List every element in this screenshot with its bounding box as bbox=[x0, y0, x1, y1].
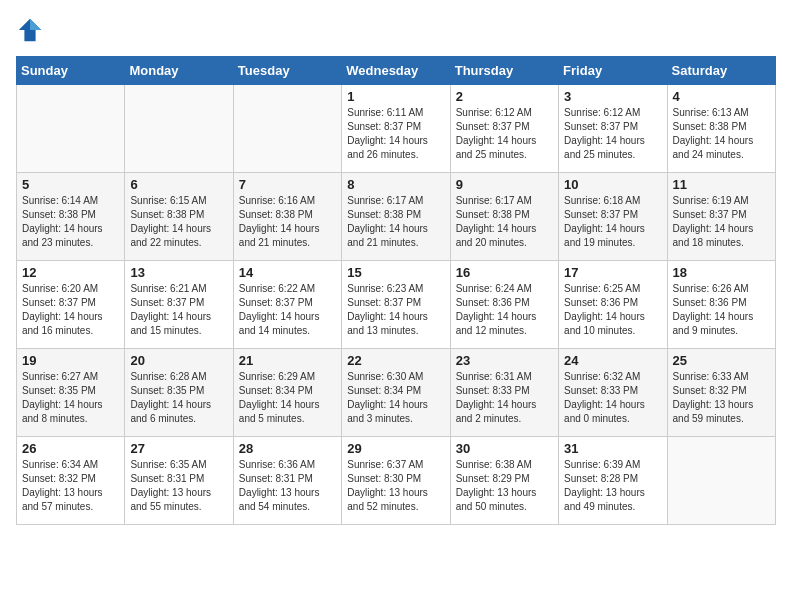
day-number: 19 bbox=[22, 353, 119, 368]
weekday-header-friday: Friday bbox=[559, 57, 667, 85]
calendar-cell: 1Sunrise: 6:11 AM Sunset: 8:37 PM Daylig… bbox=[342, 85, 450, 173]
day-info: Sunrise: 6:18 AM Sunset: 8:37 PM Dayligh… bbox=[564, 194, 661, 250]
day-number: 20 bbox=[130, 353, 227, 368]
calendar-cell: 5Sunrise: 6:14 AM Sunset: 8:38 PM Daylig… bbox=[17, 173, 125, 261]
day-info: Sunrise: 6:16 AM Sunset: 8:38 PM Dayligh… bbox=[239, 194, 336, 250]
day-info: Sunrise: 6:30 AM Sunset: 8:34 PM Dayligh… bbox=[347, 370, 444, 426]
calendar-cell: 15Sunrise: 6:23 AM Sunset: 8:37 PM Dayli… bbox=[342, 261, 450, 349]
day-number: 2 bbox=[456, 89, 553, 104]
day-info: Sunrise: 6:17 AM Sunset: 8:38 PM Dayligh… bbox=[456, 194, 553, 250]
calendar-cell: 19Sunrise: 6:27 AM Sunset: 8:35 PM Dayli… bbox=[17, 349, 125, 437]
day-number: 25 bbox=[673, 353, 770, 368]
calendar-cell: 12Sunrise: 6:20 AM Sunset: 8:37 PM Dayli… bbox=[17, 261, 125, 349]
day-info: Sunrise: 6:36 AM Sunset: 8:31 PM Dayligh… bbox=[239, 458, 336, 514]
day-info: Sunrise: 6:39 AM Sunset: 8:28 PM Dayligh… bbox=[564, 458, 661, 514]
calendar-cell bbox=[17, 85, 125, 173]
day-info: Sunrise: 6:20 AM Sunset: 8:37 PM Dayligh… bbox=[22, 282, 119, 338]
day-info: Sunrise: 6:12 AM Sunset: 8:37 PM Dayligh… bbox=[564, 106, 661, 162]
day-number: 11 bbox=[673, 177, 770, 192]
weekday-header-thursday: Thursday bbox=[450, 57, 558, 85]
weekday-header-tuesday: Tuesday bbox=[233, 57, 341, 85]
calendar-cell: 24Sunrise: 6:32 AM Sunset: 8:33 PM Dayli… bbox=[559, 349, 667, 437]
calendar-cell bbox=[667, 437, 775, 525]
day-number: 3 bbox=[564, 89, 661, 104]
day-number: 17 bbox=[564, 265, 661, 280]
calendar-cell: 17Sunrise: 6:25 AM Sunset: 8:36 PM Dayli… bbox=[559, 261, 667, 349]
day-info: Sunrise: 6:19 AM Sunset: 8:37 PM Dayligh… bbox=[673, 194, 770, 250]
calendar-cell: 7Sunrise: 6:16 AM Sunset: 8:38 PM Daylig… bbox=[233, 173, 341, 261]
day-number: 23 bbox=[456, 353, 553, 368]
calendar-cell: 29Sunrise: 6:37 AM Sunset: 8:30 PM Dayli… bbox=[342, 437, 450, 525]
calendar-cell: 23Sunrise: 6:31 AM Sunset: 8:33 PM Dayli… bbox=[450, 349, 558, 437]
calendar-week-4: 19Sunrise: 6:27 AM Sunset: 8:35 PM Dayli… bbox=[17, 349, 776, 437]
day-number: 30 bbox=[456, 441, 553, 456]
day-info: Sunrise: 6:23 AM Sunset: 8:37 PM Dayligh… bbox=[347, 282, 444, 338]
weekday-header-row: SundayMondayTuesdayWednesdayThursdayFrid… bbox=[17, 57, 776, 85]
calendar-cell: 20Sunrise: 6:28 AM Sunset: 8:35 PM Dayli… bbox=[125, 349, 233, 437]
calendar-cell: 4Sunrise: 6:13 AM Sunset: 8:38 PM Daylig… bbox=[667, 85, 775, 173]
calendar-week-1: 1Sunrise: 6:11 AM Sunset: 8:37 PM Daylig… bbox=[17, 85, 776, 173]
calendar-cell: 2Sunrise: 6:12 AM Sunset: 8:37 PM Daylig… bbox=[450, 85, 558, 173]
calendar-cell: 30Sunrise: 6:38 AM Sunset: 8:29 PM Dayli… bbox=[450, 437, 558, 525]
calendar-table: SundayMondayTuesdayWednesdayThursdayFrid… bbox=[16, 56, 776, 525]
day-info: Sunrise: 6:25 AM Sunset: 8:36 PM Dayligh… bbox=[564, 282, 661, 338]
day-info: Sunrise: 6:28 AM Sunset: 8:35 PM Dayligh… bbox=[130, 370, 227, 426]
day-number: 27 bbox=[130, 441, 227, 456]
day-number: 5 bbox=[22, 177, 119, 192]
day-info: Sunrise: 6:34 AM Sunset: 8:32 PM Dayligh… bbox=[22, 458, 119, 514]
logo-icon bbox=[16, 16, 44, 44]
day-number: 10 bbox=[564, 177, 661, 192]
calendar-cell: 3Sunrise: 6:12 AM Sunset: 8:37 PM Daylig… bbox=[559, 85, 667, 173]
calendar-cell: 31Sunrise: 6:39 AM Sunset: 8:28 PM Dayli… bbox=[559, 437, 667, 525]
day-number: 26 bbox=[22, 441, 119, 456]
calendar-cell: 22Sunrise: 6:30 AM Sunset: 8:34 PM Dayli… bbox=[342, 349, 450, 437]
day-info: Sunrise: 6:37 AM Sunset: 8:30 PM Dayligh… bbox=[347, 458, 444, 514]
day-number: 18 bbox=[673, 265, 770, 280]
day-number: 1 bbox=[347, 89, 444, 104]
day-info: Sunrise: 6:27 AM Sunset: 8:35 PM Dayligh… bbox=[22, 370, 119, 426]
day-info: Sunrise: 6:35 AM Sunset: 8:31 PM Dayligh… bbox=[130, 458, 227, 514]
day-info: Sunrise: 6:24 AM Sunset: 8:36 PM Dayligh… bbox=[456, 282, 553, 338]
calendar-cell: 14Sunrise: 6:22 AM Sunset: 8:37 PM Dayli… bbox=[233, 261, 341, 349]
day-number: 22 bbox=[347, 353, 444, 368]
calendar-cell bbox=[125, 85, 233, 173]
calendar-cell: 21Sunrise: 6:29 AM Sunset: 8:34 PM Dayli… bbox=[233, 349, 341, 437]
calendar-cell: 10Sunrise: 6:18 AM Sunset: 8:37 PM Dayli… bbox=[559, 173, 667, 261]
day-info: Sunrise: 6:11 AM Sunset: 8:37 PM Dayligh… bbox=[347, 106, 444, 162]
calendar-cell: 26Sunrise: 6:34 AM Sunset: 8:32 PM Dayli… bbox=[17, 437, 125, 525]
day-number: 31 bbox=[564, 441, 661, 456]
calendar-cell: 13Sunrise: 6:21 AM Sunset: 8:37 PM Dayli… bbox=[125, 261, 233, 349]
day-number: 12 bbox=[22, 265, 119, 280]
calendar-week-3: 12Sunrise: 6:20 AM Sunset: 8:37 PM Dayli… bbox=[17, 261, 776, 349]
weekday-header-monday: Monday bbox=[125, 57, 233, 85]
day-info: Sunrise: 6:15 AM Sunset: 8:38 PM Dayligh… bbox=[130, 194, 227, 250]
day-info: Sunrise: 6:38 AM Sunset: 8:29 PM Dayligh… bbox=[456, 458, 553, 514]
calendar-cell: 27Sunrise: 6:35 AM Sunset: 8:31 PM Dayli… bbox=[125, 437, 233, 525]
weekday-header-wednesday: Wednesday bbox=[342, 57, 450, 85]
calendar-week-2: 5Sunrise: 6:14 AM Sunset: 8:38 PM Daylig… bbox=[17, 173, 776, 261]
day-number: 28 bbox=[239, 441, 336, 456]
day-number: 4 bbox=[673, 89, 770, 104]
day-info: Sunrise: 6:13 AM Sunset: 8:38 PM Dayligh… bbox=[673, 106, 770, 162]
day-number: 14 bbox=[239, 265, 336, 280]
logo bbox=[16, 16, 48, 44]
day-info: Sunrise: 6:33 AM Sunset: 8:32 PM Dayligh… bbox=[673, 370, 770, 426]
day-info: Sunrise: 6:22 AM Sunset: 8:37 PM Dayligh… bbox=[239, 282, 336, 338]
calendar-cell: 28Sunrise: 6:36 AM Sunset: 8:31 PM Dayli… bbox=[233, 437, 341, 525]
day-info: Sunrise: 6:32 AM Sunset: 8:33 PM Dayligh… bbox=[564, 370, 661, 426]
calendar-cell: 16Sunrise: 6:24 AM Sunset: 8:36 PM Dayli… bbox=[450, 261, 558, 349]
day-info: Sunrise: 6:31 AM Sunset: 8:33 PM Dayligh… bbox=[456, 370, 553, 426]
day-number: 29 bbox=[347, 441, 444, 456]
calendar-cell: 25Sunrise: 6:33 AM Sunset: 8:32 PM Dayli… bbox=[667, 349, 775, 437]
calendar-cell bbox=[233, 85, 341, 173]
calendar-cell: 18Sunrise: 6:26 AM Sunset: 8:36 PM Dayli… bbox=[667, 261, 775, 349]
weekday-header-sunday: Sunday bbox=[17, 57, 125, 85]
day-number: 15 bbox=[347, 265, 444, 280]
day-number: 8 bbox=[347, 177, 444, 192]
day-number: 7 bbox=[239, 177, 336, 192]
day-info: Sunrise: 6:21 AM Sunset: 8:37 PM Dayligh… bbox=[130, 282, 227, 338]
day-number: 16 bbox=[456, 265, 553, 280]
day-number: 13 bbox=[130, 265, 227, 280]
svg-marker-1 bbox=[30, 19, 41, 30]
day-number: 6 bbox=[130, 177, 227, 192]
